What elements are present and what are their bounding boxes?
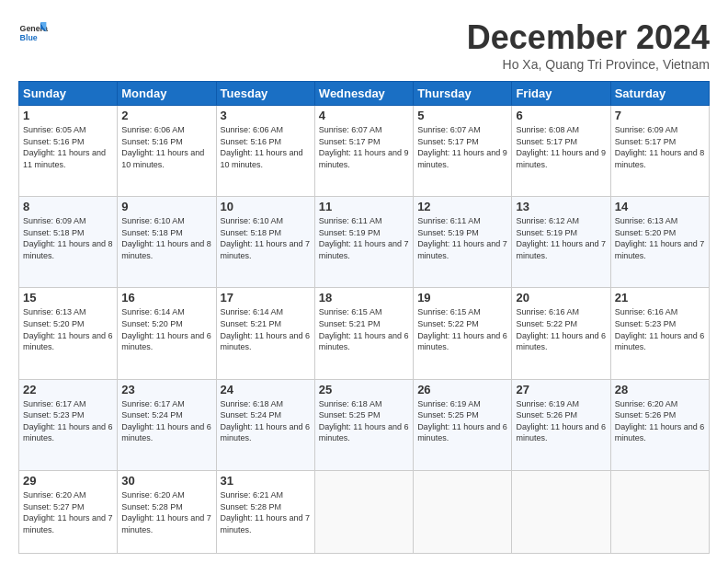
calendar-cell: 6Sunrise: 6:08 AMSunset: 5:17 PMDaylight… <box>512 106 610 197</box>
calendar-week-row: 1Sunrise: 6:05 AMSunset: 5:16 PMDaylight… <box>19 106 710 197</box>
day-info: Sunrise: 6:20 AMSunset: 5:26 PMDaylight:… <box>615 398 705 444</box>
day-number: 13 <box>516 200 606 213</box>
day-info: Sunrise: 6:15 AMSunset: 5:21 PMDaylight:… <box>319 306 409 352</box>
day-info: Sunrise: 6:12 AMSunset: 5:19 PMDaylight:… <box>516 215 606 261</box>
calendar-cell <box>414 470 512 553</box>
day-info: Sunrise: 6:06 AMSunset: 5:16 PMDaylight:… <box>221 124 311 170</box>
day-number: 24 <box>221 383 311 396</box>
day-number: 22 <box>23 383 113 396</box>
calendar-cell: 18Sunrise: 6:15 AMSunset: 5:21 PMDayligh… <box>314 288 413 379</box>
calendar-cell: 23Sunrise: 6:17 AMSunset: 5:24 PMDayligh… <box>118 379 216 470</box>
day-number: 27 <box>516 383 606 396</box>
calendar-cell: 8Sunrise: 6:09 AMSunset: 5:18 PMDaylight… <box>19 197 118 288</box>
day-info: Sunrise: 6:11 AMSunset: 5:19 PMDaylight:… <box>417 215 507 261</box>
logo: General Blue <box>18 18 48 48</box>
day-info: Sunrise: 6:10 AMSunset: 5:18 PMDaylight:… <box>221 215 311 261</box>
location-subtitle: Ho Xa, Quang Tri Province, Vietnam <box>467 57 710 72</box>
day-number: 29 <box>23 474 113 488</box>
calendar-cell: 27Sunrise: 6:19 AMSunset: 5:26 PMDayligh… <box>512 379 610 470</box>
col-friday: Friday <box>512 82 610 106</box>
day-info: Sunrise: 6:20 AMSunset: 5:27 PMDaylight:… <box>23 489 113 535</box>
day-number: 1 <box>23 109 113 122</box>
calendar-cell: 30Sunrise: 6:20 AMSunset: 5:28 PMDayligh… <box>118 470 216 553</box>
day-number: 6 <box>516 109 606 122</box>
day-number: 30 <box>121 474 211 488</box>
calendar-cell: 26Sunrise: 6:19 AMSunset: 5:25 PMDayligh… <box>414 379 512 470</box>
day-info: Sunrise: 6:21 AMSunset: 5:28 PMDaylight:… <box>221 489 311 535</box>
calendar-week-row: 8Sunrise: 6:09 AMSunset: 5:18 PMDaylight… <box>19 197 710 288</box>
day-number: 16 <box>121 291 211 304</box>
day-number: 12 <box>417 200 507 213</box>
col-monday: Monday <box>118 82 216 106</box>
calendar-cell <box>512 470 610 553</box>
day-info: Sunrise: 6:08 AMSunset: 5:17 PMDaylight:… <box>516 124 606 170</box>
calendar-cell: 25Sunrise: 6:18 AMSunset: 5:25 PMDayligh… <box>314 379 413 470</box>
day-info: Sunrise: 6:18 AMSunset: 5:24 PMDaylight:… <box>221 398 311 444</box>
calendar-week-row: 22Sunrise: 6:17 AMSunset: 5:23 PMDayligh… <box>19 379 710 470</box>
day-info: Sunrise: 6:13 AMSunset: 5:20 PMDaylight:… <box>23 306 113 352</box>
day-info: Sunrise: 6:14 AMSunset: 5:21 PMDaylight:… <box>221 306 311 352</box>
calendar-table: Sunday Monday Tuesday Wednesday Thursday… <box>18 81 710 554</box>
calendar-week-row: 15Sunrise: 6:13 AMSunset: 5:20 PMDayligh… <box>19 288 710 379</box>
day-number: 26 <box>417 383 507 396</box>
day-number: 11 <box>319 200 409 213</box>
day-number: 21 <box>615 291 705 304</box>
day-info: Sunrise: 6:16 AMSunset: 5:23 PMDaylight:… <box>615 306 705 352</box>
calendar-cell: 21Sunrise: 6:16 AMSunset: 5:23 PMDayligh… <box>610 288 709 379</box>
calendar-cell: 14Sunrise: 6:13 AMSunset: 5:20 PMDayligh… <box>610 197 709 288</box>
calendar-cell: 31Sunrise: 6:21 AMSunset: 5:28 PMDayligh… <box>216 470 314 553</box>
col-wednesday: Wednesday <box>314 82 413 106</box>
calendar-cell: 4Sunrise: 6:07 AMSunset: 5:17 PMDaylight… <box>314 106 413 197</box>
day-number: 20 <box>516 291 606 304</box>
day-number: 9 <box>121 200 211 213</box>
title-block: December 2024 Ho Xa, Quang Tri Province,… <box>467 18 710 72</box>
page-header: General Blue December 2024 Ho Xa, Quang … <box>18 18 710 72</box>
calendar-header-row: Sunday Monday Tuesday Wednesday Thursday… <box>19 82 710 106</box>
calendar-cell: 22Sunrise: 6:17 AMSunset: 5:23 PMDayligh… <box>19 379 118 470</box>
day-info: Sunrise: 6:13 AMSunset: 5:20 PMDaylight:… <box>615 215 705 261</box>
day-info: Sunrise: 6:05 AMSunset: 5:16 PMDaylight:… <box>23 124 113 170</box>
day-number: 31 <box>221 474 311 488</box>
calendar-cell: 2Sunrise: 6:06 AMSunset: 5:16 PMDaylight… <box>118 106 216 197</box>
calendar-cell: 11Sunrise: 6:11 AMSunset: 5:19 PMDayligh… <box>314 197 413 288</box>
day-number: 25 <box>319 383 409 396</box>
logo-icon: General Blue <box>18 18 48 48</box>
col-saturday: Saturday <box>610 82 709 106</box>
day-info: Sunrise: 6:14 AMSunset: 5:20 PMDaylight:… <box>121 306 211 352</box>
day-number: 18 <box>319 291 409 304</box>
calendar-cell: 19Sunrise: 6:15 AMSunset: 5:22 PMDayligh… <box>414 288 512 379</box>
day-info: Sunrise: 6:17 AMSunset: 5:24 PMDaylight:… <box>121 398 211 444</box>
day-number: 3 <box>221 109 311 122</box>
day-info: Sunrise: 6:19 AMSunset: 5:25 PMDaylight:… <box>417 398 507 444</box>
calendar-cell: 17Sunrise: 6:14 AMSunset: 5:21 PMDayligh… <box>216 288 314 379</box>
day-info: Sunrise: 6:18 AMSunset: 5:25 PMDaylight:… <box>319 398 409 444</box>
day-info: Sunrise: 6:09 AMSunset: 5:18 PMDaylight:… <box>23 215 113 261</box>
day-number: 4 <box>319 109 409 122</box>
day-number: 5 <box>417 109 507 122</box>
calendar-cell: 3Sunrise: 6:06 AMSunset: 5:16 PMDaylight… <box>216 106 314 197</box>
day-number: 19 <box>417 291 507 304</box>
day-number: 2 <box>121 109 211 122</box>
col-thursday: Thursday <box>414 82 512 106</box>
day-info: Sunrise: 6:07 AMSunset: 5:17 PMDaylight:… <box>319 124 409 170</box>
day-info: Sunrise: 6:17 AMSunset: 5:23 PMDaylight:… <box>23 398 113 444</box>
calendar-cell: 12Sunrise: 6:11 AMSunset: 5:19 PMDayligh… <box>414 197 512 288</box>
day-info: Sunrise: 6:20 AMSunset: 5:28 PMDaylight:… <box>121 489 211 535</box>
calendar-cell: 28Sunrise: 6:20 AMSunset: 5:26 PMDayligh… <box>610 379 709 470</box>
calendar-cell: 1Sunrise: 6:05 AMSunset: 5:16 PMDaylight… <box>19 106 118 197</box>
calendar-cell: 16Sunrise: 6:14 AMSunset: 5:20 PMDayligh… <box>118 288 216 379</box>
col-sunday: Sunday <box>19 82 118 106</box>
calendar-cell: 24Sunrise: 6:18 AMSunset: 5:24 PMDayligh… <box>216 379 314 470</box>
day-info: Sunrise: 6:15 AMSunset: 5:22 PMDaylight:… <box>417 306 507 352</box>
day-info: Sunrise: 6:16 AMSunset: 5:22 PMDaylight:… <box>516 306 606 352</box>
calendar-cell: 15Sunrise: 6:13 AMSunset: 5:20 PMDayligh… <box>19 288 118 379</box>
day-number: 28 <box>615 383 705 396</box>
svg-text:Blue: Blue <box>20 33 38 42</box>
calendar-cell: 9Sunrise: 6:10 AMSunset: 5:18 PMDaylight… <box>118 197 216 288</box>
day-info: Sunrise: 6:10 AMSunset: 5:18 PMDaylight:… <box>121 215 211 261</box>
calendar-cell <box>314 470 413 553</box>
calendar-cell: 5Sunrise: 6:07 AMSunset: 5:17 PMDaylight… <box>414 106 512 197</box>
day-number: 10 <box>221 200 311 213</box>
calendar-week-row: 29Sunrise: 6:20 AMSunset: 5:27 PMDayligh… <box>19 470 710 553</box>
calendar-cell: 10Sunrise: 6:10 AMSunset: 5:18 PMDayligh… <box>216 197 314 288</box>
